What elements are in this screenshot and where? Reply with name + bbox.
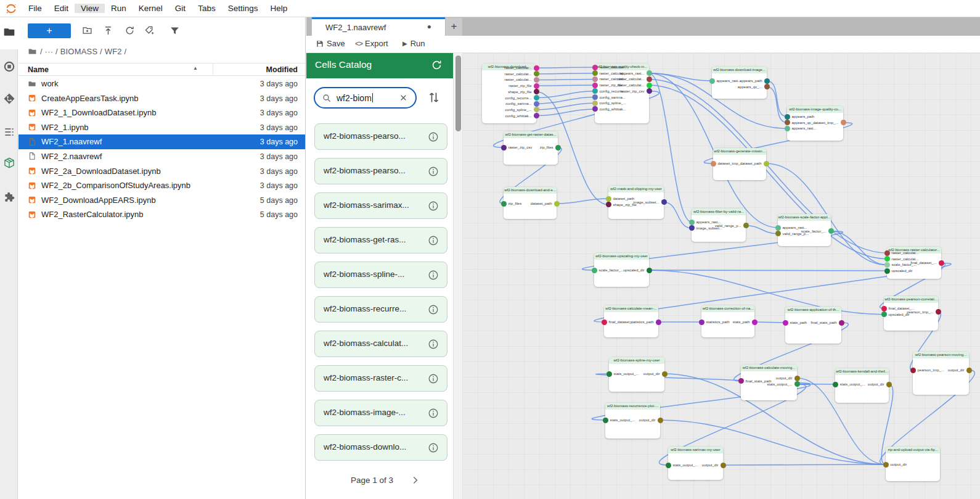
port-dot[interactable]: [534, 101, 539, 107]
port-dot[interactable]: [884, 268, 890, 274]
input-port-dataset_path[interactable]: dataset_path: [606, 196, 635, 202]
port-dot[interactable]: [592, 94, 598, 100]
file-row[interactable]: WF2_1.naavrewf3 days ago: [18, 134, 305, 149]
menu-help[interactable]: Help: [264, 4, 293, 13]
port-dot[interactable]: [606, 371, 612, 377]
port-dot[interactable]: [785, 114, 790, 120]
port-dot[interactable]: [647, 268, 652, 273]
output-port-shape_zip_file[interactable]: shape_zip_file: [508, 89, 539, 94]
port-dot[interactable]: [886, 382, 892, 387]
port-dot[interactable]: [592, 70, 598, 76]
input-port-statistics_path[interactable]: statistics_path: [699, 320, 730, 325]
port-dot[interactable]: [606, 196, 611, 202]
output-port-config_whittak[interactable]: config_whittak...: [505, 113, 539, 118]
port-dot[interactable]: [764, 78, 770, 84]
file-row[interactable]: CreateAppEearsTask.ipynb3 days ago: [18, 91, 305, 106]
workflow-canvas[interactable]: wf2-biomass-download-...raster_calculat.…: [462, 53, 980, 499]
output-port-final_stats_path[interactable]: final_stats_path: [811, 320, 844, 326]
file-row[interactable]: WF2_2.naavrewf3 days ago: [18, 149, 305, 164]
port-dot[interactable]: [592, 268, 597, 273]
port-dot[interactable]: [839, 320, 844, 326]
port-dot[interactable]: [881, 306, 887, 311]
output-port-raster_zip_file[interactable]: raster_zip_file: [508, 83, 539, 89]
new-folder-icon[interactable]: [82, 25, 92, 36]
workflow-node-wf2-biomass-quality-check-m[interactable]: wf2-biomass-quality-check-m...raster_cal…: [595, 64, 649, 123]
port-dot[interactable]: [738, 378, 744, 384]
file-row[interactable]: WF2_DownloadAppEARS.ipynb5 days ago: [18, 193, 305, 208]
catalog-cell[interactable]: wf2-biomass-sarimax...: [314, 192, 447, 219]
port-dot[interactable]: [881, 311, 887, 317]
port-dot[interactable]: [939, 260, 944, 266]
port-dot[interactable]: [764, 84, 770, 89]
new-tab-button[interactable]: +: [446, 18, 462, 36]
workflow-node-wf2-biomass-get-raster-datas[interactable]: wf2-biomass-get-raster-datas...raster_zi…: [504, 131, 558, 165]
menu-git[interactable]: Git: [169, 4, 192, 13]
output-port-config_recurre[interactable]: config_recurre...: [505, 95, 539, 101]
output-port-pearson_tmp_[interactable]: pearson_tmp_...: [907, 309, 941, 315]
port-dot[interactable]: [936, 309, 941, 315]
port-dot[interactable]: [689, 220, 695, 225]
port-dot[interactable]: [647, 88, 652, 94]
input-port-upscaled_dir[interactable]: upscaled_dir: [884, 268, 913, 274]
menu-edit[interactable]: Edit: [48, 4, 75, 13]
new-launcher-button[interactable]: +: [28, 23, 71, 38]
port-dot[interactable]: [534, 83, 539, 89]
port-dot[interactable]: [783, 320, 788, 326]
port-dot[interactable]: [764, 161, 769, 167]
output-port-scale_factor_[interactable]: scale_factor_...: [801, 228, 834, 234]
workflow-node-wf2-biomass-calculate-mean-[interactable]: wf2-biomass-calculate-mean-...final_data…: [604, 305, 658, 337]
port-dot[interactable]: [833, 382, 838, 387]
output-port-dataset_tmp_[interactable]: dataset_tmp_...: [813, 120, 846, 125]
info-icon[interactable]: [428, 235, 439, 246]
output-port-raster_calculat[interactable]: raster_calculat...: [617, 76, 651, 82]
input-port-appears_path[interactable]: appears_path: [785, 114, 815, 120]
scrollbar-thumb[interactable]: [455, 56, 461, 131]
output-port-output_dir[interactable]: output_dir: [868, 382, 892, 387]
refresh-icon[interactable]: [125, 25, 135, 36]
output-port-stats_path[interactable]: stats_path: [733, 320, 757, 325]
port-dot[interactable]: [775, 225, 781, 231]
port-dot[interactable]: [966, 368, 972, 373]
output-port-appears_path[interactable]: appears_path: [740, 78, 770, 84]
menu-run[interactable]: Run: [105, 4, 133, 13]
port-dot[interactable]: [841, 120, 846, 125]
file-row[interactable]: WF2_2b_ComparisonOfStudyAreas.ipynb3 day…: [18, 178, 305, 193]
catalog-cell[interactable]: wf2-biomass-spline-...: [314, 262, 447, 288]
port-dot[interactable]: [884, 256, 890, 262]
input-port-stats_output_[interactable]: stats_output_...: [603, 418, 635, 423]
input-port-raster_calculat[interactable]: raster_calculat...: [884, 250, 919, 256]
input-port-appears_qc_[interactable]: appears_qc_...: [785, 120, 817, 125]
port-dot[interactable]: [785, 126, 790, 131]
app-logo[interactable]: [5, 2, 17, 15]
upload-icon[interactable]: [103, 25, 113, 36]
workflow-node-wf2-biomass-correction-of-na[interactable]: wf2-biomass-correction-of-na...statistic…: [701, 305, 754, 337]
input-port-scale_factor_[interactable]: scale_factor_...: [592, 268, 624, 273]
input-port-raster_calculat[interactable]: raster_calculat...: [592, 65, 627, 70]
workflow-node-wf2-biomass-application-of-th[interactable]: wf2-biomass-application-of-th...stats_pa…: [785, 307, 841, 344]
port-dot[interactable]: [554, 201, 560, 207]
info-icon[interactable]: [428, 373, 439, 384]
port-dot[interactable]: [534, 95, 539, 101]
port-dot[interactable]: [647, 83, 652, 88]
port-dot[interactable]: [501, 201, 507, 207]
port-dot[interactable]: [501, 145, 507, 151]
info-icon[interactable]: [428, 442, 439, 453]
port-dot[interactable]: [794, 381, 800, 387]
port-dot[interactable]: [743, 223, 749, 228]
input-port-upscaled_dir[interactable]: upscaled_dir: [881, 311, 910, 317]
input-port-appears_rast[interactable]: appears_rast...: [709, 78, 741, 84]
workflow-node-zip-and-upload-output-via-ftp[interactable]: zip-and-upload-output-via-ftp...output_d…: [886, 447, 940, 481]
clear-search-icon[interactable]: [399, 93, 408, 102]
output-port-output_dir[interactable]: output_dir: [776, 376, 800, 381]
workflow-node-wf2-biomass-download-and-e[interactable]: wf2-biomass-download-and-e...zip_filesda…: [504, 187, 557, 219]
catalog-cell[interactable]: wf2-biomass-image-...: [314, 400, 447, 426]
output-port-output_dir[interactable]: output_dir: [639, 418, 663, 423]
output-port-raster_calculat[interactable]: raster_calculat...: [504, 77, 539, 83]
info-icon[interactable]: [428, 339, 439, 350]
extensions-icon[interactable]: [3, 191, 15, 204]
sort-ascending-icon[interactable]: ▲: [193, 65, 198, 71]
input-port-raster_zip_csv[interactable]: raster_zip_csv: [501, 145, 533, 151]
output-port-appears_rast[interactable]: appears_rast...: [619, 70, 651, 76]
port-dot[interactable]: [602, 320, 607, 325]
port-dot[interactable]: [662, 371, 668, 377]
